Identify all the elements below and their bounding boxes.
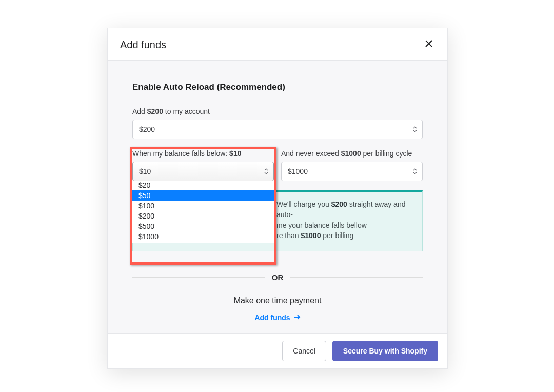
- cap-select-value: $1000: [288, 167, 308, 175]
- divider: [132, 100, 423, 100]
- threshold-option[interactable]: $50: [132, 190, 274, 201]
- threshold-label-prefix: When my balance falls below:: [132, 149, 229, 158]
- threshold-field-label: When my balance falls below: $10: [132, 149, 274, 158]
- threshold-select[interactable]: $10: [132, 162, 274, 181]
- cap-label-suffix: per billing cycle: [361, 149, 412, 158]
- threshold-option[interactable]: $1000: [132, 231, 274, 242]
- cap-label-prefix: And never exceed: [281, 149, 341, 158]
- amount-field-label: Add $200 to my account: [132, 107, 423, 115]
- cancel-button-label: Cancel: [293, 347, 315, 355]
- amount-label-suffix: to my account: [163, 107, 210, 115]
- section-title: Enable Auto Reload (Recommended): [132, 82, 423, 92]
- modal-title: Add funds: [120, 39, 166, 51]
- amount-label-value: $200: [147, 107, 163, 115]
- threshold-select-value: $10: [139, 167, 151, 175]
- amount-label-prefix: Add: [132, 107, 147, 115]
- amount-select[interactable]: $200: [132, 120, 423, 139]
- or-text: OR: [272, 273, 284, 282]
- arrow-right-icon: [293, 313, 301, 322]
- divider-line: [290, 277, 423, 278]
- divider-line: [132, 277, 265, 278]
- threshold-option[interactable]: $20: [132, 180, 274, 190]
- threshold-label-value: $10: [229, 149, 241, 158]
- threshold-column: When my balance falls below: $10 $10 $10…: [132, 149, 274, 181]
- stepper-icon: [413, 126, 417, 132]
- cap-select[interactable]: $1000: [281, 162, 423, 181]
- primary-action-label: Secure Buy with Shopify: [343, 347, 427, 355]
- modal-header: Add funds: [108, 28, 447, 61]
- add-funds-link[interactable]: Add funds: [254, 313, 300, 322]
- cap-label-value: $1000: [341, 149, 361, 158]
- one-time-title: Make one time payment: [132, 296, 423, 305]
- stepper-icon: [413, 168, 417, 174]
- cap-field-label: And never exceed $1000 per billing cycle: [281, 149, 423, 158]
- add-funds-link-label: Add funds: [254, 313, 290, 322]
- modal-footer: Cancel Secure Buy with Shopify: [108, 333, 447, 368]
- threshold-option[interactable]: $100: [132, 201, 274, 211]
- add-funds-modal: Add funds Enable Auto Reload (Recommende…: [107, 28, 448, 369]
- or-divider: OR: [132, 273, 423, 282]
- threshold-option[interactable]: $200: [132, 211, 274, 221]
- close-button[interactable]: [423, 38, 435, 51]
- primary-action-button[interactable]: Secure Buy with Shopify: [332, 341, 438, 361]
- cancel-button[interactable]: Cancel: [282, 341, 326, 361]
- amount-select-value: $200: [139, 125, 155, 133]
- stepper-icon: [264, 168, 268, 174]
- cap-column: And never exceed $1000 per billing cycle…: [281, 149, 423, 181]
- threshold-option[interactable]: $500: [132, 221, 274, 231]
- modal-body: Enable Auto Reload (Recommended) Add $20…: [108, 61, 447, 341]
- close-icon: [425, 40, 433, 50]
